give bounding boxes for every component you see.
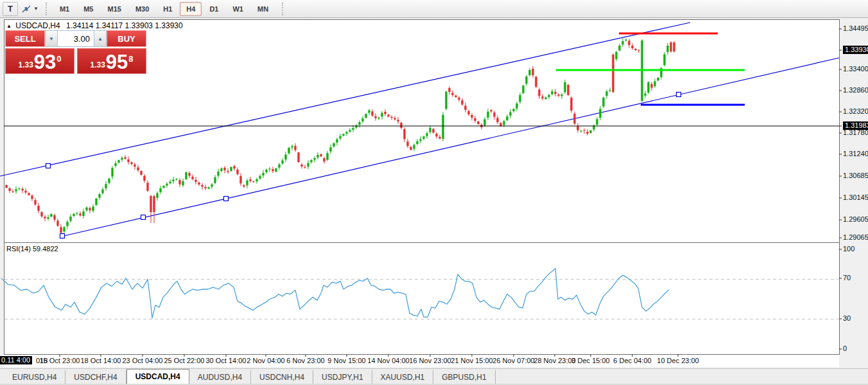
price-tick-1.29065: 1.29065 [843, 233, 868, 241]
time-tick: 6 Dec 04:00 [613, 357, 651, 364]
time-tick: 21 Nov 15:00 [451, 357, 492, 364]
trendline-handle-0[interactable] [46, 164, 51, 168]
price-tick-1.31780: 1.31780 [843, 129, 868, 136]
chart-symbol-period: USDCAD,H4 [15, 21, 60, 30]
tab-GBPUSD-H1[interactable]: GBPUSD,H1 [433, 370, 495, 384]
time-label-remnant: 018 [36, 357, 48, 364]
price-tick-1.33400: 1.33400 [843, 65, 868, 73]
price-tick-1.32860: 1.32860 [843, 86, 868, 94]
rsi-tick-100: 100 [843, 245, 855, 253]
tab-EURUSD-H4[interactable]: EURUSD,H4 [4, 370, 65, 384]
tab-USDCNH-H4[interactable]: USDCNH,H4 [251, 370, 313, 384]
spinner-up-icon: ▲ [98, 36, 103, 42]
rsi-tick-70: 70 [843, 274, 851, 282]
rsi-tick-0: 0 [843, 345, 847, 352]
time-tick: 25 Oct 22:00 [164, 357, 205, 364]
expand-triangle-icon[interactable]: ▲ [6, 23, 12, 29]
price-tick-1.29605: 1.29605 [843, 215, 868, 223]
time-tick: 16 Nov 23:00 [409, 357, 451, 364]
time-tick: 28 Nov 23:00 [534, 357, 575, 364]
buy-button[interactable]: BUY [107, 30, 146, 47]
volume-decrease-button[interactable]: ▼ [45, 30, 58, 47]
rsi-tick-30: 30 [843, 314, 851, 322]
price-tag-1.33930: 1.33930 [843, 46, 868, 54]
volume-input[interactable] [58, 30, 94, 47]
trend-channel-lower-line[interactable] [61, 58, 839, 237]
price-tick-1.30685: 1.30685 [843, 172, 868, 179]
time-tick: 2 Nov 04:00 [247, 357, 284, 364]
sell-price-handle: 1.33 [18, 60, 33, 69]
sell-price-point: 0 [56, 54, 61, 64]
one-click-trading-panel: SELL ▼ ▲ BUY 1.33 93 0 1.33 95 8 [5, 30, 146, 74]
trendline-handle-1[interactable] [60, 234, 65, 238]
time-tick: 6 Nov 23:00 [286, 357, 324, 364]
time-tick: 14 Nov 04:00 [367, 357, 409, 364]
sell-button[interactable]: SELL [5, 30, 45, 47]
time-tick: 26 Nov 07:00 [492, 357, 534, 364]
trendline-handle-3[interactable] [224, 197, 229, 201]
tab-XAUUSD-H1[interactable]: XAUUSD,H1 [372, 370, 434, 384]
rsi-line [1, 268, 669, 318]
trendline-handle-2[interactable] [141, 215, 146, 220]
time-tick: 18 Oct 14:00 [81, 357, 121, 364]
trendline-handle-4[interactable] [677, 93, 681, 97]
buy-price-point: 8 [128, 54, 133, 64]
time-highlight-tag: 0.11 4:00 [0, 356, 32, 364]
volume-increase-button[interactable]: ▲ [94, 30, 107, 47]
price-tick-1.30145: 1.30145 [843, 193, 868, 201]
chart-ohlc-values: 1.34114 1.34117 1.33903 1.33930 [66, 21, 183, 30]
buy-price-display[interactable]: 1.33 95 8 [77, 48, 146, 74]
price-tick-1.31240: 1.31240 [843, 150, 868, 157]
price-tick-1.32320: 1.32320 [843, 107, 868, 115]
time-tick: 10 Dec 23:00 [657, 357, 699, 364]
tab-USDCHF-H4[interactable]: USDCHF,H4 [65, 370, 126, 384]
time-tick: 3 Dec 15:00 [571, 357, 609, 364]
tab-USDJPY-H1[interactable]: USDJPY,H1 [313, 370, 372, 384]
spinner-down-icon: ▼ [49, 36, 54, 42]
price-tick-1.34495: 1.34495 [843, 24, 868, 32]
sell-price-display[interactable]: 1.33 93 0 [5, 48, 74, 74]
mt4-window: T ▼ M1M5M15M30H1H4D1W1MN ▲ USDCAD,H4 1.3… [0, 0, 868, 385]
buy-price-pips: 95 [106, 53, 128, 71]
time-tick: 9 Nov 15:00 [327, 357, 365, 364]
time-tick: 23 Oct 04:00 [123, 357, 163, 364]
buy-price-handle: 1.33 [90, 60, 105, 69]
rsi-panel-border [4, 243, 840, 355]
chart-info-line: ▲ USDCAD,H4 1.34114 1.34117 1.33903 1.33… [6, 21, 183, 30]
sell-price-pips: 93 [34, 53, 56, 71]
rsi-indicator-label: RSI(14) 59.4822 [6, 245, 58, 253]
tab-AUDUSD-H4[interactable]: AUDUSD,H4 [189, 370, 251, 384]
time-tick: 30 Oct 14:00 [206, 357, 247, 364]
tab-USDCAD-H4[interactable]: USDCAD,H4 [126, 369, 189, 384]
chart-tab-bar: EURUSD,H4USDCHF,H4USDCAD,H4AUDUSD,H4USDC… [0, 368, 868, 384]
